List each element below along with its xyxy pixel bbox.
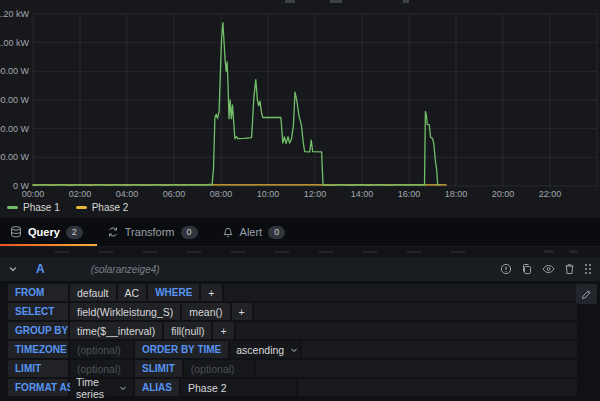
order-by-time-label: ORDER BY TIME — [135, 341, 228, 358]
svg-text:02:00: 02:00 — [69, 189, 92, 199]
chevron-down-icon — [119, 384, 127, 392]
select-field-segment[interactable]: field(Wirkleistung_S) — [70, 303, 180, 320]
query-ref-letter: A — [36, 262, 45, 276]
format-as-row: FORMAT AS Time series ALIAS — [8, 379, 577, 396]
query-datasource-hint: (solaranzeige4) — [91, 264, 500, 275]
row-filler — [256, 360, 577, 377]
group-by-add-button[interactable]: + — [213, 322, 233, 339]
row-filler — [236, 322, 577, 339]
limit-label: LIMIT — [8, 360, 68, 377]
database-icon — [10, 226, 22, 238]
bell-icon — [222, 226, 234, 238]
transform-icon — [107, 226, 119, 238]
svg-text:08:00: 08:00 — [210, 189, 233, 199]
svg-text:400.00 W: 400.00 W — [0, 124, 29, 134]
row-filler — [254, 303, 577, 320]
cropped-row — [0, 247, 600, 257]
format-as-value: Time series — [76, 376, 113, 400]
phase1-color-swatch — [7, 206, 18, 209]
select-aggregate-segment[interactable]: mean() — [182, 303, 229, 320]
svg-text:800.00 W: 800.00 W — [0, 66, 29, 76]
group-by-label: GROUP BY — [8, 322, 68, 339]
panel-editor-tabbar: Query 2 Transform 0 Alert 0 — [0, 218, 600, 247]
group-by-fill-segment[interactable]: fill(null) — [164, 322, 211, 339]
chart-legend: Phase 1 Phase 2 — [7, 202, 128, 213]
from-label: FROM — [8, 284, 68, 301]
copy-icon[interactable] — [521, 263, 533, 275]
tab-query-label: Query — [28, 226, 60, 238]
svg-text:1.00 kW: 1.00 kW — [0, 38, 30, 48]
time-series-panel: 0 W200.00 W400.00 W600.00 W800.00 W1.00 … — [0, 0, 600, 218]
svg-text:14:00: 14:00 — [351, 189, 374, 199]
select-label: SELECT — [8, 303, 68, 320]
tab-query[interactable]: Query 2 — [0, 218, 97, 246]
panel-title-cropped — [403, 0, 409, 3]
eye-icon[interactable] — [542, 263, 555, 275]
panel-title-cropped — [330, 0, 342, 3]
select-row: SELECT field(Wirkleistung_S) mean() + — [8, 303, 577, 320]
cropped-row-icon — [544, 250, 554, 253]
legend-item-phase2[interactable]: Phase 2 — [76, 202, 129, 213]
svg-text:06:00: 06:00 — [163, 189, 186, 199]
tab-transform-badge: 0 — [181, 226, 198, 239]
legend-item-phase1[interactable]: Phase 1 — [7, 202, 60, 213]
svg-text:600.00 W: 600.00 W — [0, 95, 29, 105]
where-add-button[interactable]: + — [201, 284, 221, 301]
format-as-select[interactable]: Time series — [70, 379, 133, 396]
alias-label: ALIAS — [135, 379, 179, 396]
from-policy-segment[interactable]: default — [70, 284, 116, 301]
alias-input[interactable] — [181, 379, 296, 396]
limit-input[interactable] — [70, 360, 133, 377]
where-label: WHERE — [148, 284, 199, 301]
svg-text:1.20 kW: 1.20 kW — [0, 9, 30, 19]
group-by-time-segment[interactable]: time($__interval) — [70, 322, 162, 339]
row-filler — [224, 284, 578, 301]
trash-icon[interactable] — [564, 263, 575, 275]
format-as-label: FORMAT AS — [8, 379, 68, 396]
order-by-time-select[interactable]: ascending — [230, 341, 300, 358]
drag-handle-icon[interactable] — [584, 263, 592, 275]
timezone-row: TIMEZONE ORDER BY TIME ascending — [8, 341, 577, 358]
svg-text:10:00: 10:00 — [257, 189, 280, 199]
svg-text:12:00: 12:00 — [304, 189, 327, 199]
legend-label: Phase 1 — [23, 202, 60, 213]
group-by-row: GROUP BY time($__interval) fill(null) + — [8, 322, 577, 339]
cropped-row-icon — [570, 250, 578, 253]
panel-title-cropped — [285, 0, 295, 3]
row-filler — [298, 379, 577, 396]
slimit-label: SLIMIT — [135, 360, 182, 377]
query-rows: FROM default AC WHERE + SELECT field(Wir… — [8, 284, 577, 396]
chevron-down-icon[interactable] — [8, 264, 18, 274]
svg-text:00:00: 00:00 — [22, 189, 45, 199]
legend-label: Phase 2 — [92, 202, 129, 213]
tab-alert-label: Alert — [240, 226, 263, 238]
select-add-button[interactable]: + — [232, 303, 252, 320]
limit-row: LIMIT SLIMIT — [8, 360, 577, 377]
query-editor: A (solaranzeige4) — [0, 257, 600, 401]
from-row: FROM default AC WHERE + — [8, 284, 577, 301]
info-circle-icon[interactable] — [500, 263, 512, 275]
order-by-time-value: ascending — [236, 344, 284, 356]
svg-text:18:00: 18:00 — [445, 189, 468, 199]
svg-text:200.00 W: 200.00 W — [0, 152, 29, 162]
tab-transform-label: Transform — [125, 226, 175, 238]
slimit-input[interactable] — [184, 360, 254, 377]
svg-text:16:00: 16:00 — [398, 189, 421, 199]
row-filler — [302, 341, 577, 358]
power-chart[interactable]: 0 W200.00 W400.00 W600.00 W800.00 W1.00 … — [0, 0, 600, 218]
timezone-label: TIMEZONE — [8, 341, 68, 358]
phase2-color-swatch — [76, 206, 87, 209]
timezone-input[interactable] — [70, 341, 133, 358]
svg-text:04:00: 04:00 — [116, 189, 139, 199]
tab-alert[interactable]: Alert 0 — [212, 218, 300, 246]
toggle-text-edit-button[interactable] — [576, 284, 597, 304]
tab-alert-badge: 0 — [268, 226, 285, 239]
chevron-down-icon — [290, 346, 298, 354]
tab-transform[interactable]: Transform 0 — [97, 218, 212, 246]
tab-query-badge: 2 — [66, 226, 83, 239]
query-header-actions — [500, 263, 592, 275]
query-row-header: A (solaranzeige4) — [0, 257, 600, 281]
pencil-icon — [581, 289, 592, 300]
from-measurement-segment[interactable]: AC — [118, 284, 147, 301]
svg-text:20:00: 20:00 — [492, 189, 515, 199]
